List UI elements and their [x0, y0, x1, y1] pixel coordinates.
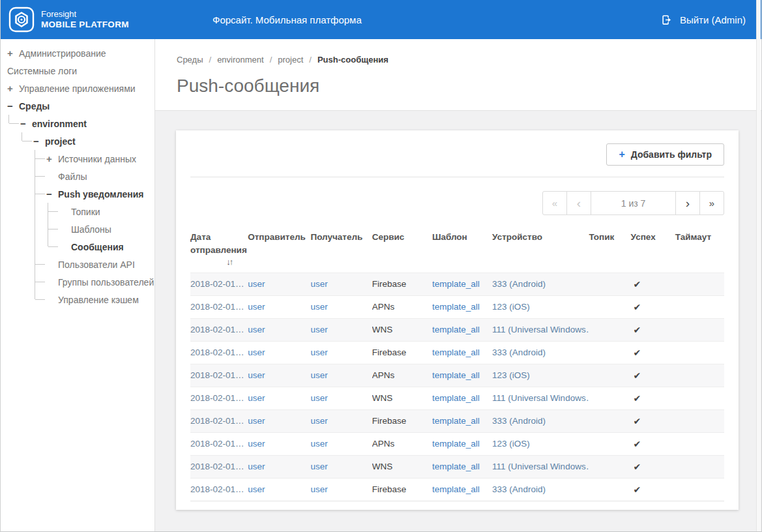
device-link[interactable]: 333 (Android) — [492, 279, 546, 289]
template-link[interactable]: template_all — [432, 393, 480, 403]
sender-link[interactable]: user — [248, 439, 265, 449]
sender-link[interactable]: user — [248, 416, 265, 426]
plus-icon[interactable]: + — [7, 83, 19, 93]
device-link[interactable]: 111 (Universal Windows… — [492, 325, 589, 334]
service-value: WNS — [372, 455, 432, 478]
date-link[interactable]: 2018-02-01… — [190, 439, 244, 449]
sidebar-item-7[interactable]: Файлы — [1, 168, 154, 185]
sidebar-item-14[interactable]: Управление кэшем — [1, 291, 154, 308]
sidebar-item-4[interactable]: −environment — [1, 115, 154, 132]
date-link[interactable]: 2018-02-01… — [190, 484, 244, 494]
date-link[interactable]: 2018-02-01… — [190, 393, 244, 403]
sender-link[interactable]: user — [248, 393, 265, 403]
pagination-row: « ‹ 1 из 7 › » — [190, 191, 724, 215]
date-link[interactable]: 2018-02-01… — [190, 325, 244, 334]
sort-icon[interactable]: ↓↑ — [190, 256, 242, 269]
plus-icon[interactable]: + — [7, 48, 19, 58]
template-link[interactable]: template_all — [432, 302, 480, 312]
date-link: 2018-02-01… — [190, 295, 248, 318]
template-link[interactable]: template_all — [432, 325, 480, 334]
sidebar-item-label: Пользователи API — [58, 259, 135, 270]
sidebar-item-6[interactable]: +Источники данных — [1, 150, 154, 168]
date-link[interactable]: 2018-02-01… — [190, 462, 244, 471]
date-link[interactable]: 2018-02-01… — [190, 279, 244, 289]
add-filter-button[interactable]: + Добавить фильтр — [606, 143, 724, 166]
timeout-value — [675, 432, 724, 455]
sidebar-item-0[interactable]: +Администрирование — [1, 44, 154, 62]
sidebar-item-8[interactable]: −Push уведомления — [1, 185, 154, 203]
sender-link[interactable]: user — [248, 370, 265, 380]
template-link[interactable]: template_all — [432, 462, 480, 471]
recipient-link[interactable]: user — [310, 484, 327, 494]
sender-link[interactable]: user — [248, 484, 265, 494]
first-page-button[interactable]: « — [542, 191, 567, 215]
vertical-scrollbar[interactable] — [756, 0, 761, 531]
device-link[interactable]: 111 (Universal Windows… — [492, 462, 589, 471]
last-page-button[interactable]: » — [699, 191, 724, 215]
sender-link: user — [248, 387, 310, 409]
recipient-link[interactable]: user — [310, 279, 327, 289]
date-link[interactable]: 2018-02-01… — [190, 347, 244, 357]
plus-icon[interactable]: + — [46, 154, 58, 164]
prev-page-button[interactable]: ‹ — [566, 191, 591, 215]
device-link[interactable]: 333 (Android) — [492, 416, 546, 426]
sidebar-item-3[interactable]: −Среды — [1, 97, 154, 115]
breadcrumb-link[interactable]: Среды — [177, 55, 203, 65]
template-link: template_all — [432, 341, 492, 364]
check-icon: ✔ — [631, 462, 641, 472]
sidebar-item-12[interactable]: Пользователи API — [1, 256, 154, 273]
date-link[interactable]: 2018-02-01… — [190, 416, 244, 426]
device-link[interactable]: 111 (Universal Windows… — [492, 393, 589, 403]
template-link[interactable]: template_all — [432, 279, 480, 289]
template-link[interactable]: template_all — [432, 439, 480, 449]
sidebar-item-1[interactable]: Системные логи — [1, 62, 154, 80]
sender-link[interactable]: user — [248, 347, 265, 357]
sidebar-item-11[interactable]: Сообщения — [1, 238, 154, 256]
device-link[interactable]: 333 (Android) — [492, 484, 546, 494]
template-link[interactable]: template_all — [432, 370, 480, 380]
sidebar-item-10[interactable]: Шаблоны — [1, 220, 154, 238]
service-value: Firebase — [372, 273, 432, 295]
template-link[interactable]: template_all — [432, 484, 480, 494]
sidebar-item-5[interactable]: −project — [1, 132, 154, 150]
device-link[interactable]: 123 (iOS) — [492, 439, 530, 449]
next-page-button[interactable]: › — [675, 191, 700, 215]
recipient-link[interactable]: user — [310, 416, 327, 426]
recipient-link[interactable]: user — [310, 347, 327, 357]
sender-link[interactable]: user — [248, 279, 265, 289]
minus-icon[interactable]: − — [20, 119, 32, 128]
sender-link[interactable]: user — [248, 302, 265, 312]
template-link[interactable]: template_all — [432, 347, 480, 357]
breadcrumb-link[interactable]: project — [278, 55, 303, 65]
logout-button[interactable]: Выйти (Admin) — [661, 14, 746, 26]
column-header[interactable]: Дата отправления↓↑ — [190, 224, 248, 273]
sender-link[interactable]: user — [248, 462, 265, 471]
minus-icon[interactable]: − — [46, 189, 58, 199]
tree-connector — [33, 256, 46, 273]
sidebar-item-2[interactable]: +Управление приложениями — [1, 80, 154, 97]
success-cell: ✔ — [631, 455, 675, 478]
sidebar-item-13[interactable]: Группы пользователей — [1, 273, 154, 291]
device-link[interactable]: 333 (Android) — [492, 347, 546, 357]
device-link[interactable]: 123 (iOS) — [492, 370, 530, 380]
sidebar-item-9[interactable]: Топики — [1, 203, 154, 220]
column-header-label: Сервис — [372, 232, 405, 242]
app-logo[interactable]: Foresight MOBILE PLATFORM — [8, 7, 129, 33]
date-link[interactable]: 2018-02-01… — [190, 302, 244, 312]
recipient-link[interactable]: user — [310, 393, 327, 403]
recipient-link[interactable]: user — [310, 370, 327, 380]
table-row: 2018-02-01…useruserFirebasetemplate_all3… — [190, 341, 724, 364]
breadcrumb-link[interactable]: environment — [217, 55, 264, 65]
recipient-link[interactable]: user — [310, 462, 327, 471]
tree-spacer — [20, 168, 33, 185]
template-link[interactable]: template_all — [432, 416, 480, 426]
date-link[interactable]: 2018-02-01… — [190, 370, 244, 380]
device-link[interactable]: 123 (iOS) — [492, 302, 530, 312]
recipient-link[interactable]: user — [310, 325, 327, 334]
minus-icon[interactable]: − — [7, 101, 19, 111]
recipient-link[interactable]: user — [310, 302, 327, 312]
recipient-link[interactable]: user — [310, 439, 327, 449]
sender-link[interactable]: user — [248, 325, 265, 334]
sender-link: user — [248, 273, 310, 295]
minus-icon[interactable]: − — [33, 136, 45, 146]
